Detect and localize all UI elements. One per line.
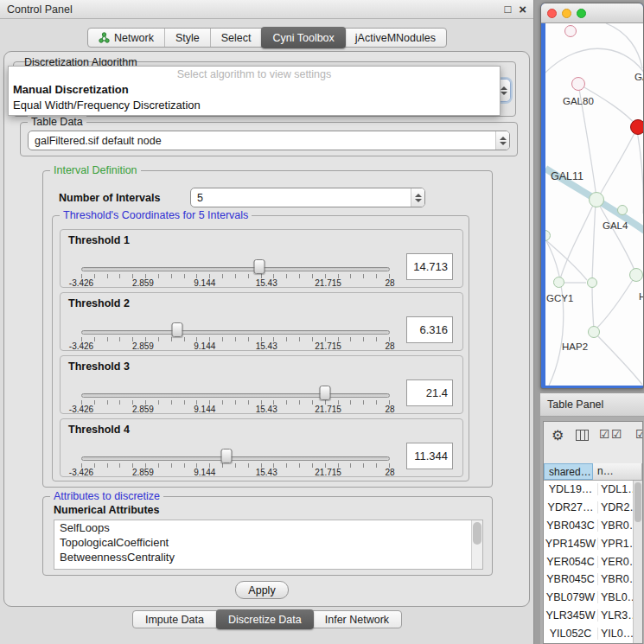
tab-label: Cyni Toolbox — [272, 32, 334, 44]
network-node[interactable] — [588, 326, 600, 338]
stepper-icon — [495, 131, 509, 150]
table-row[interactable]: YDL19…YDL1… — [544, 481, 642, 499]
tab-cyni-toolbox[interactable]: Cyni Toolbox — [261, 27, 345, 48]
dropdown-option-manual-discretization[interactable]: Manual Discretization — [9, 82, 500, 98]
network-icon — [99, 32, 110, 43]
threshold-4-slider[interactable]: -3.426 2.859 9.144 15.43 21.715 28 — [81, 419, 390, 478]
slider-thumb[interactable] — [320, 386, 331, 400]
table-row[interactable]: YDR27…YDR2… — [544, 499, 642, 517]
table-row[interactable]: YBR045CYBR0… — [544, 571, 642, 589]
table-toolbar: ⚙ ☑ ☑ ☑ — [544, 422, 642, 463]
thresholds-coordinates-group: Threshold's Coordinates for 5 Intervals … — [52, 215, 469, 481]
network-node[interactable] — [553, 277, 564, 288]
numerical-attributes-label: Numerical Attributes — [54, 504, 159, 516]
attributes-scrollbar[interactable] — [471, 520, 482, 569]
slider-thumb[interactable] — [171, 322, 182, 337]
float-window-icon[interactable]: □ — [504, 3, 511, 15]
network-node[interactable] — [587, 277, 597, 288]
number-of-intervals-label: Number of Intervals — [59, 192, 160, 204]
cyni-mode-tab-bar: Impute Data Discretize Data Infer Networ… — [0, 609, 534, 629]
threshold-2-value-field[interactable]: 6.316 — [406, 316, 453, 343]
table-row[interactable]: YBR043CYBR0… — [544, 517, 642, 535]
tab-style[interactable]: Style — [165, 29, 211, 47]
network-view-window: GAL80 GA GAL11 GAL4 GCY1 H HAP2 — [540, 3, 644, 389]
network-node[interactable] — [617, 205, 628, 215]
table-row[interactable]: YER054CYER0… — [544, 552, 642, 571]
slider-track[interactable] — [81, 330, 390, 335]
threshold-1-slider[interactable]: -3.426 2.859 9.144 15.43 21.715 28 — [81, 230, 390, 289]
toolbox-tab-bar: Network Style Select Cyni Toolbox jActiv… — [0, 27, 534, 48]
scrollbar-thumb[interactable] — [634, 482, 641, 522]
apply-button[interactable]: Apply — [235, 581, 289, 599]
close-window-icon[interactable]: × — [519, 3, 526, 16]
slider-track[interactable] — [81, 267, 390, 271]
numerical-attributes-list[interactable]: SelfLoops TopologicalCoefficient Between… — [54, 520, 483, 570]
network-canvas[interactable]: GAL80 GA GAL11 GAL4 GCY1 H HAP2 — [545, 23, 644, 386]
column-header-shared-name[interactable]: shared… — [544, 463, 593, 480]
gear-icon[interactable]: ⚙ — [552, 427, 564, 443]
tab-discretize-data[interactable]: Discretize Data — [216, 609, 314, 629]
list-item[interactable]: SelfLoops — [54, 520, 482, 535]
table-rows: YDL19…YDL1… YDR27…YDR2… YBR043CYBR0… YPR… — [544, 481, 642, 643]
table-panel-title: Table Panel — [547, 399, 603, 411]
control-panel-window: Control Panel □ × Network Style Select C… — [0, 0, 534, 644]
slider-track[interactable] — [81, 456, 390, 461]
network-node[interactable] — [571, 77, 585, 91]
list-item[interactable]: TopologicalCoefficient — [54, 535, 482, 550]
slider-thumb[interactable] — [254, 259, 265, 274]
tab-label: jActiveMNodules — [355, 32, 436, 44]
column-header-name[interactable]: n… — [593, 463, 642, 480]
group-label: Threshold's Coordinates for 5 Intervals — [60, 209, 252, 222]
network-node[interactable] — [629, 268, 643, 282]
checkbox-icon[interactable]: ☑ — [611, 427, 622, 441]
threshold-1-block: Threshold 1 -3.426 2.859 9.144 15.43 21.… — [60, 229, 463, 288]
table-data-group: Table Data galFiltered.sif default node — [20, 122, 518, 156]
threshold-3-slider[interactable]: -3.426 2.859 9.144 15.43 21.715 28 — [81, 356, 390, 415]
tab-network[interactable]: Network — [88, 29, 165, 47]
node-label: H — [639, 291, 644, 302]
table-row[interactable]: YBL079WYBL0… — [544, 589, 642, 607]
table-data-combobox[interactable]: galFiltered.sif default node — [28, 131, 510, 150]
node-label: GAL4 — [603, 220, 628, 231]
number-of-intervals-combobox[interactable]: 5 — [190, 188, 425, 207]
network-node-highlighted[interactable] — [630, 119, 644, 135]
threshold-3-block: Threshold 3 -3.426 2.859 9.144 15.43 21.… — [60, 355, 463, 414]
tab-label: Style — [175, 32, 200, 44]
columns-icon[interactable] — [576, 430, 589, 441]
tab-infer-network[interactable]: Infer Network — [313, 611, 401, 628]
close-traffic-light-icon[interactable] — [547, 9, 557, 18]
node-label: GCY1 — [546, 293, 573, 303]
interval-definition-group: Interval Definition Number of Intervals … — [42, 170, 493, 488]
combobox-value: galFiltered.sif default node — [35, 135, 495, 147]
threshold-1-value-field[interactable]: 14.713 — [406, 253, 453, 280]
dropdown-option-equal-width-frequency[interactable]: Equal Width/Frequency Discretization — [9, 98, 500, 113]
table-scrollbar[interactable] — [633, 481, 642, 643]
list-item[interactable]: BetweennessCentrality — [54, 550, 482, 564]
tab-select[interactable]: Select — [211, 29, 263, 47]
attributes-to-discretize-group: Attributes to discretize Numerical Attri… — [42, 496, 493, 576]
slider-track[interactable] — [81, 393, 390, 398]
network-window-titlebar — [541, 3, 643, 23]
group-label: Table Data — [28, 116, 86, 129]
dropdown-placeholder: Select algorithm to view settings — [9, 67, 500, 82]
select-all-checkbox-icon[interactable]: ☑ — [599, 427, 610, 441]
threshold-4-value-field[interactable]: 11.344 — [406, 443, 453, 469]
table-row[interactable]: YPR145WYPR1… — [544, 534, 642, 552]
zoom-traffic-light-icon[interactable] — [577, 9, 586, 18]
scrollbar-thumb[interactable] — [473, 522, 481, 545]
table-column-headers: shared… n… — [544, 463, 642, 481]
threshold-2-slider[interactable]: -3.426 2.859 9.144 15.43 21.715 28 — [81, 293, 390, 352]
threshold-4-block: Threshold 4 -3.426 2.859 9.144 15.43 21.… — [60, 418, 463, 477]
table-row[interactable]: YLR345WYLR3… — [544, 607, 642, 625]
network-node[interactable] — [589, 192, 604, 207]
minimize-traffic-light-icon[interactable] — [562, 9, 571, 18]
node-label: GA — [634, 72, 644, 82]
cyni-toolbox-panel: Discretization Algorithm Select algorith… — [3, 51, 530, 607]
table-row[interactable]: YIL052CYIL0… — [544, 624, 642, 642]
tab-impute-data[interactable]: Impute Data — [133, 611, 217, 628]
tab-jactivemnodules[interactable]: jActiveMNodules — [345, 29, 446, 47]
network-node[interactable] — [564, 25, 577, 37]
slider-thumb[interactable] — [220, 449, 232, 463]
threshold-3-value-field[interactable]: 21.4 — [406, 379, 453, 406]
checkbox-icon[interactable]: ☑ — [635, 427, 643, 441]
